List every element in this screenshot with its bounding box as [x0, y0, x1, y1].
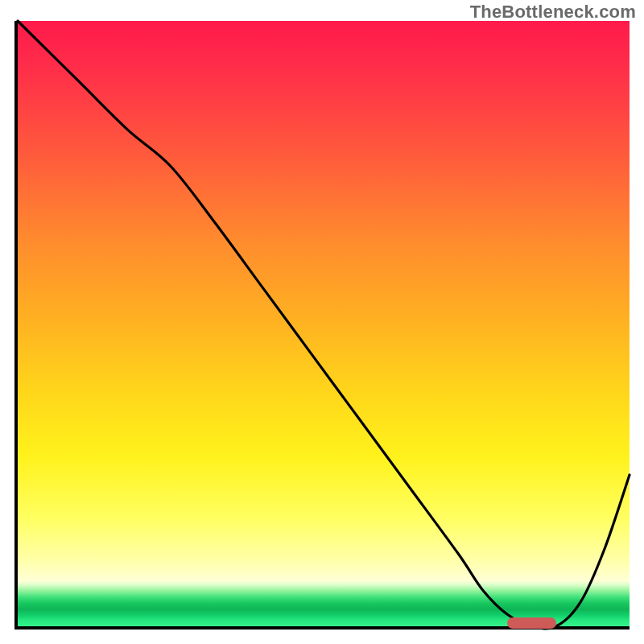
curve-path [18, 21, 630, 629]
bottleneck-curve [18, 21, 630, 626]
plot-area [14, 21, 630, 630]
chart-canvas: TheBottleneck.com [0, 0, 644, 644]
optimal-range-marker [507, 617, 556, 629]
watermark-text: TheBottleneck.com [470, 2, 636, 23]
